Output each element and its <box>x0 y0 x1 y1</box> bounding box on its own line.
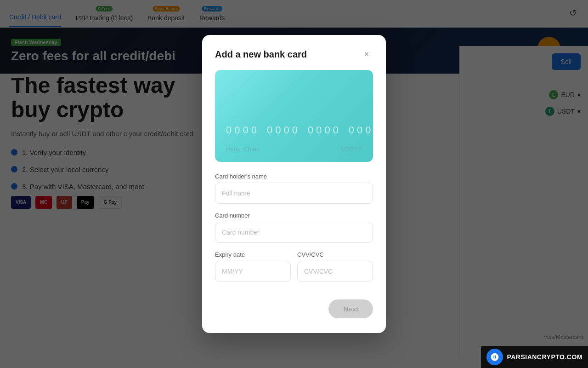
card-group-4: 0000 <box>349 124 382 136</box>
card-number-group: Card number <box>215 212 373 243</box>
cvv-group: CVV/CVC <box>297 251 373 282</box>
cardholder-name-label: Card holder's name <box>215 173 373 180</box>
card-number-input[interactable] <box>215 222 373 243</box>
modal-header: Add a new bank card × <box>215 48 373 61</box>
card-number-label: Card number <box>215 212 373 219</box>
cardholder-name-input[interactable] <box>215 183 373 204</box>
add-bank-card-modal: Add a new bank card × 0000 0000 0000 000… <box>202 35 386 333</box>
cvv-label: CVV/CVC <box>297 251 373 258</box>
modal-close-button[interactable]: × <box>360 48 373 61</box>
card-group-3: 0000 <box>308 124 341 136</box>
next-button[interactable]: Next <box>328 299 373 318</box>
expiry-group: Expiry date <box>215 251 291 282</box>
card-number-display: 0000 0000 0000 0000 <box>226 124 362 136</box>
cvv-input[interactable] <box>297 261 373 282</box>
watermark-text: PARSIANCRYPTO.COM <box>507 353 582 361</box>
watermark-icon <box>486 349 503 365</box>
expiry-cvv-row: Expiry date CVV/CVC <box>215 251 373 290</box>
card-holder-preview: Peter Chan <box>226 145 259 153</box>
card-bottom: Peter Chan MM/YY <box>226 145 362 153</box>
expiry-label: Expiry date <box>215 251 291 258</box>
card-expiry-preview: MM/YY <box>341 145 362 153</box>
cardholder-name-group: Card holder's name <box>215 173 373 204</box>
modal-footer: Next <box>215 299 373 318</box>
modal-title: Add a new bank card <box>215 49 307 60</box>
card-preview: 0000 0000 0000 0000 Peter Chan MM/YY <box>215 70 373 162</box>
card-group-2: 0000 <box>267 124 300 136</box>
watermark: PARSIANCRYPTO.COM <box>481 346 588 368</box>
expiry-input[interactable] <box>215 261 291 282</box>
card-group-1: 0000 <box>226 124 260 136</box>
